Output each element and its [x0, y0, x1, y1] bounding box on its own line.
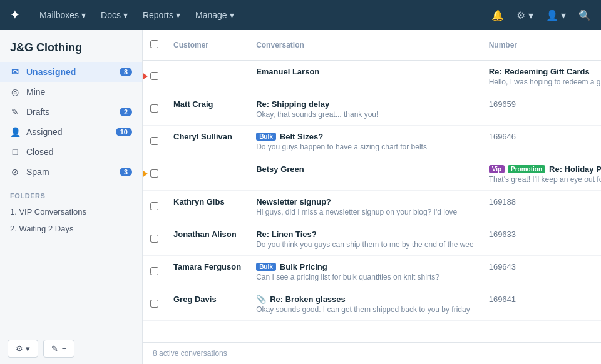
row-checkbox[interactable]	[150, 300, 158, 308]
sidebar-bottom: ⚙ ▾ ✎ +	[0, 333, 142, 364]
nav-reports[interactable]: Reports ▾	[143, 10, 180, 20]
conversation-cell: Newsletter signup?Hi guys, did I miss a …	[249, 191, 481, 223]
conversation-preview: Okay, that sounds great... thank you!	[256, 110, 474, 119]
subject-row: Re: Redeeming Gift Cards	[489, 67, 601, 76]
drafts-badge: 2	[120, 108, 132, 116]
table-row[interactable]: Tamara FergusonBulkBulk PricingCan I see…	[143, 256, 601, 288]
app-logo: ✦	[10, 8, 19, 22]
th-customer: Customer	[166, 30, 249, 61]
conversation-subject: Newsletter signup?	[256, 197, 331, 206]
spam-badge: 3	[120, 168, 132, 176]
sidebar-label-closed: Closed	[26, 147, 132, 157]
customer-name: Matt Craig	[173, 99, 241, 109]
topnav-right: 🔔 ⚙ ▾ 👤 ▾ 🔍	[491, 9, 591, 21]
folder-vip[interactable]: 1. VIP Conversations	[0, 203, 142, 220]
unassigned-badge: 8	[120, 68, 132, 76]
bell-icon[interactable]: 🔔	[491, 9, 504, 21]
nav-manage[interactable]: Manage ▾	[195, 10, 234, 20]
customer-name: Greg Davis	[173, 295, 241, 304]
sidebar-item-unassigned[interactable]: ✉ Unassigned 8	[0, 62, 142, 82]
row-checkbox-cell	[143, 288, 166, 321]
row-checkbox[interactable]	[150, 137, 158, 145]
conversation-subject: Re: Shipping delay	[256, 99, 329, 109]
conversation-preview: That's great! I'll keep an eye out for i…	[489, 175, 601, 184]
row-checkbox[interactable]	[150, 202, 158, 210]
closed-icon: □	[10, 147, 20, 157]
customer-name: Emanuel Larson	[256, 67, 474, 76]
settings-button[interactable]: ⚙ ▾	[8, 340, 38, 358]
tag-badge: Bulk	[256, 263, 276, 271]
subject-row: 📎Re: Broken glasses	[256, 295, 474, 304]
conversation-number: 169188	[481, 191, 601, 223]
sidebar-item-spam[interactable]: ⊘ Spam 3	[0, 162, 142, 182]
sidebar-item-assigned[interactable]: 👤 Assigned 10	[0, 122, 142, 142]
conversation-cell: VipPromotionRe: Holiday Promo?That's gre…	[481, 158, 601, 191]
conversation-preview: Do you guys happen to have a sizing char…	[256, 143, 474, 151]
customer-cell: Cheryl Sullivan	[166, 126, 249, 158]
sidebar-label-assigned: Assigned	[26, 127, 110, 137]
drafts-icon: ✎	[10, 107, 20, 117]
th-conversation: Conversation	[249, 30, 481, 61]
row-checkbox-cell	[143, 93, 166, 126]
table-header-row: Customer Conversation Number Last Update…	[143, 30, 601, 61]
conversation-number: 169643	[481, 256, 601, 288]
row-checkbox-cell	[143, 256, 166, 288]
conversation-subject: Re: Linen Ties?	[256, 230, 317, 239]
subject-row: VipPromotionRe: Holiday Promo?	[489, 164, 601, 174]
profile-icon[interactable]: 👤 ▾	[546, 9, 566, 21]
priority-red-indicator	[143, 72, 148, 81]
search-icon[interactable]: 🔍	[578, 9, 591, 21]
compose-icon-plus: +	[62, 344, 67, 353]
tag-badge: Promotion	[508, 165, 545, 173]
spam-icon: ⊘	[10, 167, 20, 177]
conversation-preview: Hello, I was hoping to redeem a gift car…	[489, 78, 601, 86]
subject-row: Re: Linen Ties?	[256, 230, 474, 239]
row-checkbox[interactable]	[150, 267, 158, 275]
conversation-number: 169659	[481, 93, 601, 126]
compose-button[interactable]: ✎ +	[43, 340, 75, 358]
row-checkbox[interactable]	[150, 169, 158, 178]
conversation-cell: BulkBulk PricingCan I see a pricing list…	[249, 256, 481, 288]
customer-cell: Tamara Ferguson	[166, 256, 249, 288]
conversation-preview: Do you think you guys can ship them to m…	[256, 240, 474, 249]
conversations-list: Customer Conversation Number Last Update…	[143, 30, 601, 321]
sidebar-label-spam: Spam	[26, 167, 113, 177]
priority-orange-indicator	[143, 169, 148, 178]
row-checkbox[interactable]	[150, 72, 158, 80]
folder-waiting[interactable]: 2. Waiting 2 Days	[0, 220, 142, 237]
conversation-subject: Re: Redeeming Gift Cards	[489, 67, 590, 76]
row-checkbox[interactable]	[150, 235, 158, 243]
nav-docs[interactable]: Docs ▾	[101, 10, 128, 20]
table-row[interactable]: Betsy GreenVipPromotionRe: Holiday Promo…	[143, 158, 601, 191]
sidebar-item-mine[interactable]: ◎ Mine	[0, 82, 142, 102]
row-checkbox[interactable]	[150, 104, 158, 113]
table-row[interactable]: Greg Davis📎Re: Broken glassesOkay sounds…	[143, 288, 601, 321]
user-settings-icon[interactable]: ⚙ ▾	[516, 9, 533, 21]
customer-cell: Jonathan Alison	[166, 223, 249, 256]
conversation-preview: Okay sounds good. I can get them shipped…	[256, 305, 474, 314]
select-all-checkbox[interactable]	[150, 40, 158, 48]
assigned-badge: 10	[116, 128, 132, 136]
assigned-icon: 👤	[10, 127, 20, 137]
customer-cell: Matt Craig	[166, 93, 249, 126]
sidebar-item-closed[interactable]: □ Closed	[0, 142, 142, 162]
table-row[interactable]: Emanuel LarsonRe: Redeeming Gift CardsHe…	[143, 61, 601, 93]
sidebar-label-unassigned: Unassigned	[26, 67, 113, 77]
table-row[interactable]: Jonathan AlisonRe: Linen Ties?Do you thi…	[143, 223, 601, 256]
footer-bar: 8 active conversations	[143, 342, 601, 364]
company-name: J&G Clothing	[0, 30, 142, 62]
customer-name: Jonathan Alison	[173, 230, 241, 239]
table-row[interactable]: Matt CraigRe: Shipping delayOkay, that s…	[143, 93, 601, 126]
conversation-cell: Re: Redeeming Gift CardsHello, I was hop…	[481, 61, 601, 93]
subject-row: BulkBulk Pricing	[256, 262, 474, 271]
subject-row: Newsletter signup?	[256, 197, 474, 206]
row-checkbox-cell	[143, 191, 166, 223]
inbox-icon: ✉	[10, 67, 20, 77]
table-row[interactable]: Kathryn GibsNewsletter signup?Hi guys, d…	[143, 191, 601, 223]
conversation-number: 169633	[481, 223, 601, 256]
mine-icon: ◎	[10, 87, 20, 97]
sidebar-item-drafts[interactable]: ✎ Drafts 2	[0, 102, 142, 122]
table-row[interactable]: Cheryl SullivanBulkBelt Sizes?Do you guy…	[143, 126, 601, 158]
conversation-number: 169646	[481, 126, 601, 158]
nav-mailboxes[interactable]: Mailboxes ▾	[39, 10, 86, 20]
